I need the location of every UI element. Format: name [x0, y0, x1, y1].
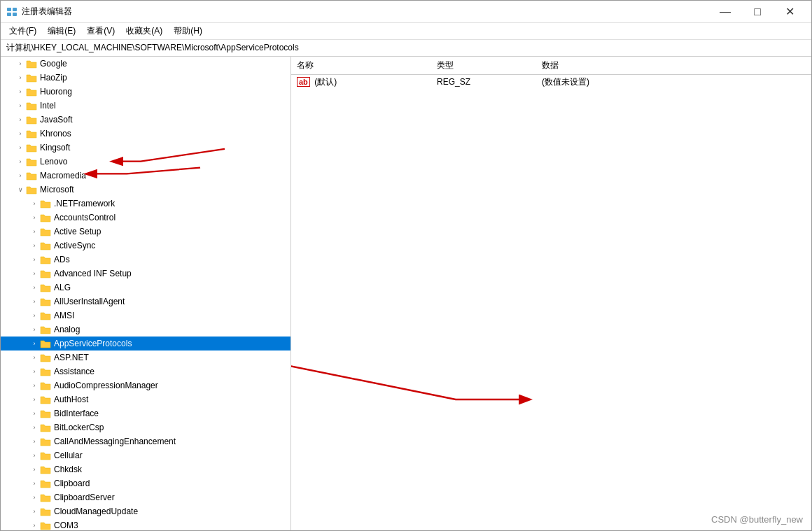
folder-icon: [40, 507, 51, 516]
tree-label: AudioCompressionManager: [54, 381, 158, 390]
expand-icon: ›: [15, 58, 26, 69]
menu-help[interactable]: 帮助(H): [168, 24, 208, 38]
tree-item-kingsoft[interactable]: › Kingsoft: [1, 141, 290, 155]
col-header-data: 数据: [536, 58, 811, 73]
menu-edit[interactable]: 编辑(E): [42, 24, 81, 38]
menu-view[interactable]: 查看(V): [81, 24, 120, 38]
expand-icon: ›: [15, 100, 26, 111]
folder-icon: [40, 255, 51, 264]
tree-item-macromedia[interactable]: › Macromedia: [1, 169, 290, 183]
tree-item-huorong[interactable]: › Huorong: [1, 85, 290, 99]
value-data: (数值未设置): [536, 76, 811, 88]
folder-icon: [40, 409, 51, 418]
folder-icon: [26, 171, 37, 180]
tree-item-authhost[interactable]: › AuthHost: [1, 392, 290, 406]
tree-item-intel[interactable]: › Intel: [1, 99, 290, 113]
tree-item-bidinterface[interactable]: › BidInterface: [1, 406, 290, 420]
expand-icon: ›: [29, 408, 40, 419]
folder-icon: [40, 227, 51, 236]
tree-item-chkdsk[interactable]: › Chkdsk: [1, 462, 290, 476]
folder-icon: [26, 87, 37, 97]
tree-item-accountscontrol[interactable]: › AccountsControl: [1, 211, 290, 225]
folder-icon: [40, 353, 51, 362]
tree-label: Analog: [54, 325, 80, 334]
expand-icon: ›: [15, 142, 26, 153]
tree-item-cloudmanagedupdate[interactable]: › CloudManagedUpdate: [1, 504, 290, 518]
folder-icon: [40, 367, 51, 376]
tree-item-appserviceprotocols[interactable]: › AppServiceProtocols: [1, 337, 290, 351]
folder-icon: [40, 521, 51, 530]
folder-icon: [40, 479, 51, 488]
tree-item-clipboard[interactable]: › Clipboard: [1, 476, 290, 490]
tree-item-assistance[interactable]: › Assistance: [1, 364, 290, 378]
tree-label: BidInterface: [54, 409, 99, 418]
expand-icon: ›: [15, 128, 26, 139]
expand-icon: ›: [15, 156, 26, 167]
tree-label: Clipboard: [54, 479, 90, 488]
tree-item-callandmessaging[interactable]: › CallAndMessagingEnhancement: [1, 434, 290, 448]
folder-icon: [26, 129, 37, 139]
tree-item-netframework[interactable]: › .NETFramework: [1, 197, 290, 211]
folder-icon: [40, 311, 51, 320]
expand-icon: ›: [29, 464, 40, 475]
folder-icon: [26, 101, 37, 111]
tree-item-com3[interactable]: › COM3: [1, 518, 290, 530]
tree-item-microsoft[interactable]: ∨ Microsoft: [1, 183, 290, 197]
expand-icon: ›: [29, 492, 40, 503]
tree-item-haozip[interactable]: › HaoZip: [1, 71, 290, 85]
tree-label: Macromedia: [40, 171, 86, 180]
tree-item-khronos[interactable]: › Khronos: [1, 127, 290, 141]
tree-label: Cellular: [54, 451, 83, 460]
folder-icon: [40, 493, 51, 502]
expand-icon: ›: [29, 254, 40, 265]
expand-icon: ›: [15, 86, 26, 97]
expand-icon: ›: [29, 212, 40, 223]
tree-item-alg[interactable]: › ALG: [1, 281, 290, 295]
tree-item-bitlockercsp[interactable]: › BitLockerCsp: [1, 420, 290, 434]
svg-rect-0: [7, 8, 11, 11]
address-path: 计算机\HKEY_LOCAL_MACHINE\SOFTWARE\Microsof…: [6, 42, 299, 54]
table-header: 名称 类型 数据: [291, 57, 811, 75]
tree-label: AMSI: [54, 311, 74, 320]
table-body: ab (默认) REG_SZ (数值未设置): [291, 75, 811, 530]
registry-tree[interactable]: › Google › HaoZip › Huorong: [1, 57, 291, 530]
tree-item-alluserinstallagent[interactable]: › AllUserInstallAgent: [1, 295, 290, 309]
expand-icon: ›: [29, 380, 40, 391]
tree-item-lenovo[interactable]: › Lenovo: [1, 155, 290, 169]
folder-icon: [26, 115, 37, 125]
expand-icon: ›: [29, 352, 40, 363]
value-type: REG_SZ: [431, 77, 536, 87]
ab-icon: ab: [297, 77, 310, 87]
tree-label: CloudManagedUpdate: [54, 507, 138, 516]
tree-item-amsi[interactable]: › AMSI: [1, 309, 290, 323]
menu-favorites[interactable]: 收藏夹(A): [120, 24, 168, 38]
expand-icon: ›: [29, 394, 40, 405]
folder-icon: [26, 143, 37, 153]
tree-label: ActiveSync: [54, 241, 95, 250]
registry-values-pane: 名称 类型 数据 ab (默认) REG_SZ (数值未设置): [291, 57, 811, 530]
tree-item-activesetup[interactable]: › Active Setup: [1, 225, 290, 239]
tree-item-advancedinf[interactable]: › Advanced INF Setup: [1, 267, 290, 281]
minimize-button[interactable]: —: [709, 1, 741, 23]
tree-item-javasoft[interactable]: › JavaSoft: [1, 113, 290, 127]
tree-item-activesync[interactable]: › ActiveSync: [1, 239, 290, 253]
tree-item-aspnet[interactable]: › ASP.NET: [1, 351, 290, 364]
close-button[interactable]: ✕: [774, 1, 806, 23]
tree-item-audiocompressionmanager[interactable]: › AudioCompressionManager: [1, 378, 290, 392]
window-controls: — □ ✕: [709, 1, 806, 23]
tree-item-cellular[interactable]: › Cellular: [1, 448, 290, 462]
svg-rect-2: [7, 13, 11, 16]
expand-icon: ›: [29, 282, 40, 293]
tree-item-ads[interactable]: › ADs: [1, 253, 290, 267]
tree-item-google[interactable]: › Google: [1, 57, 290, 71]
tree-item-analog[interactable]: › Analog: [1, 323, 290, 337]
maximize-button[interactable]: □: [741, 1, 774, 23]
menu-file[interactable]: 文件(F): [4, 24, 42, 38]
tree-item-clipboardserver[interactable]: › ClipboardServer: [1, 490, 290, 504]
tree-label: .NETFramework: [54, 199, 115, 208]
folder-icon: [40, 199, 51, 208]
expand-icon: ›: [29, 310, 40, 321]
table-row[interactable]: ab (默认) REG_SZ (数值未设置): [291, 75, 811, 89]
folder-icon: [40, 213, 51, 222]
expand-icon: ›: [29, 506, 40, 517]
